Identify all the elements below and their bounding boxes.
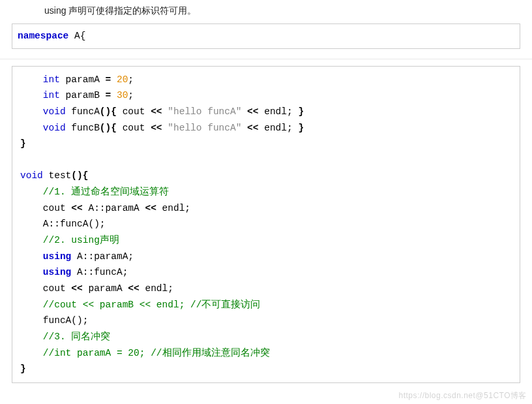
- code-line: void funcB(){ cout << "hello funcA" << e…: [20, 123, 304, 133]
- code-line: cout << A::paramA << endl;: [20, 203, 190, 213]
- code-line: funcA();: [20, 315, 88, 326]
- code-line: void test(){: [20, 170, 88, 181]
- code-line: //3. 同名冲突: [20, 332, 110, 342]
- code-line: }: [20, 364, 26, 374]
- code-line: cout << paramA << endl;: [20, 283, 173, 294]
- kw-namespace: namespace: [18, 31, 68, 41]
- code-line: //cout << paramB << endl; //不可直接访问: [20, 300, 260, 310]
- code-line: }: [20, 138, 26, 149]
- code-line: A::funcA();: [20, 219, 106, 229]
- code-line: void funcA(){ cout << "hello funcA" << e…: [20, 106, 304, 117]
- section-divider: [12, 49, 520, 66]
- code-line: int paramA = 20;: [20, 74, 134, 85]
- code-line: int paramB = 30;: [20, 90, 134, 101]
- code-text: A{: [68, 31, 85, 41]
- document-page: using 声明可使得指定的标识符可用。 namespace A{ int pa…: [0, 0, 532, 390]
- code-line: using A::paramA;: [20, 251, 134, 262]
- code-line: using A::funcA;: [20, 267, 128, 277]
- code-block-namespace-decl: namespace A{: [12, 23, 520, 49]
- code-block-main: int paramA = 20; int paramB = 30; void f…: [12, 66, 520, 383]
- code-line: //2. using声明: [20, 235, 119, 245]
- code-line: //int paramA = 20; //相同作用域注意同名冲突: [20, 348, 270, 358]
- intro-text: using 声明可使得指定的标识符可用。: [44, 5, 520, 17]
- code-line: //1. 通过命名空间域运算符: [20, 187, 169, 197]
